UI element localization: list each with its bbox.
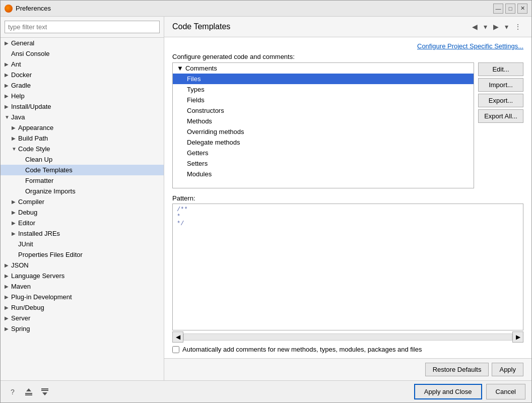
- forward-dropdown-button[interactable]: ▾: [503, 22, 510, 32]
- template-methods[interactable]: Methods: [173, 116, 474, 126]
- sidebar-item-code-style[interactable]: ▼ Code Style: [1, 144, 164, 154]
- svg-rect-0: [25, 393, 32, 394]
- export-all-button[interactable]: Export All...: [478, 109, 523, 123]
- back-button[interactable]: ◀: [470, 22, 480, 32]
- sidebar-item-general[interactable]: ▶ General: [1, 38, 164, 48]
- edit-button[interactable]: Edit...: [478, 62, 523, 76]
- scroll-right-button[interactable]: ▶: [512, 331, 523, 343]
- sidebar-item-label: Appearance: [18, 124, 53, 131]
- pattern-box[interactable]: /** * */: [172, 204, 523, 330]
- templates-tree[interactable]: ▼ Comments Files Types Fields: [172, 62, 474, 188]
- more-button[interactable]: ⋮: [512, 22, 523, 32]
- template-label: Getters: [187, 149, 209, 157]
- sidebar-item-label: Formatter: [25, 177, 53, 184]
- apply-button[interactable]: Apply: [492, 363, 523, 376]
- expand-icon: ▶: [5, 262, 10, 268]
- sidebar-item-gradle[interactable]: ▶ Gradle: [1, 80, 164, 91]
- import-prefs-button[interactable]: [39, 386, 51, 398]
- pattern-nav: ◀ ▶: [172, 331, 523, 343]
- expand-icon: ▶: [12, 220, 17, 226]
- export-button[interactable]: Export...: [478, 94, 523, 107]
- close-button[interactable]: ✕: [517, 4, 527, 14]
- expand-icon: ▶: [12, 210, 17, 215]
- horizontal-scrollbar[interactable]: [183, 333, 512, 341]
- cancel-button[interactable]: Cancel: [486, 384, 525, 399]
- svg-marker-5: [42, 392, 47, 395]
- section-label: Configure generated code and comments:: [172, 53, 523, 60]
- scroll-left-button[interactable]: ◀: [172, 331, 183, 343]
- import-button[interactable]: Import...: [478, 78, 523, 92]
- category-comments[interactable]: ▼ Comments: [173, 63, 474, 74]
- sidebar-item-installed-jres[interactable]: ▶ Installed JREs: [1, 228, 164, 239]
- sidebar-item-appearance[interactable]: ▶ Appearance: [1, 122, 164, 133]
- window-title: Preferences: [16, 5, 51, 12]
- expand-icon: ▼: [12, 146, 17, 152]
- svg-rect-1: [25, 394, 32, 395]
- sidebar-item-label: Server: [11, 314, 30, 322]
- back-dropdown-button[interactable]: ▾: [482, 22, 489, 32]
- template-label: Files: [187, 75, 201, 83]
- sidebar-item-clean-up[interactable]: Clean Up: [1, 154, 164, 165]
- sidebar-item-code-templates[interactable]: Code Templates: [1, 165, 164, 175]
- sidebar-item-spring[interactable]: ▶ Spring: [1, 323, 164, 334]
- svg-marker-2: [26, 388, 31, 391]
- sidebar-item-help[interactable]: ▶ Help: [1, 91, 164, 101]
- template-getters[interactable]: Getters: [173, 148, 474, 158]
- filter-input[interactable]: [5, 21, 160, 33]
- sidebar-item-java[interactable]: ▼ Java: [1, 112, 164, 122]
- config-link[interactable]: Configure Project Specific Settings...: [417, 42, 523, 50]
- sidebar-item-plugin-development[interactable]: ▶ Plug-in Development: [1, 292, 164, 302]
- sidebar-item-docker[interactable]: ▶ Docker: [1, 70, 164, 80]
- template-overriding-methods[interactable]: Overriding methods: [173, 126, 474, 137]
- right-panel: Code Templates ◀ ▾ ▶ ▾ ⋮ Configure Proje…: [164, 17, 531, 380]
- sidebar-item-ant[interactable]: ▶ Ant: [1, 59, 164, 70]
- help-button[interactable]: ?: [7, 386, 19, 398]
- template-label: Constructors: [187, 107, 224, 114]
- sidebar-item-run-debug[interactable]: ▶ Run/Debug: [1, 302, 164, 313]
- right-header: Code Templates ◀ ▾ ▶ ▾ ⋮: [164, 17, 531, 37]
- sidebar-item-label: Properties Files Editor: [18, 251, 83, 258]
- template-fields[interactable]: Fields: [173, 95, 474, 105]
- template-types[interactable]: Types: [173, 84, 474, 95]
- sidebar-item-build-path[interactable]: ▶ Build Path: [1, 133, 164, 144]
- expand-icon: ▶: [12, 125, 17, 130]
- svg-rect-4: [41, 390, 48, 391]
- apply-and-close-button[interactable]: Apply and Close: [414, 384, 482, 399]
- bottom-buttons: Restore Defaults Apply: [164, 358, 531, 380]
- template-setters[interactable]: Setters: [173, 158, 474, 169]
- export-prefs-button[interactable]: [23, 386, 35, 398]
- maximize-button[interactable]: □: [505, 4, 515, 14]
- restore-defaults-button[interactable]: Restore Defaults: [425, 363, 489, 376]
- preferences-window: Preferences — □ ✕ ▶ General Ansi Console: [0, 0, 532, 403]
- tree-scroll[interactable]: ▶ General Ansi Console ▶ Ant ▶ Docker ▶: [1, 38, 164, 380]
- sidebar-item-label: Docker: [11, 71, 32, 79]
- title-bar-left: Preferences: [5, 5, 51, 13]
- sidebar-item-json[interactable]: ▶ JSON: [1, 260, 164, 271]
- template-delegate-methods[interactable]: Delegate methods: [173, 137, 474, 148]
- sidebar-item-label: Help: [11, 92, 25, 100]
- sidebar-item-language-servers[interactable]: ▶ Language Servers: [1, 271, 164, 281]
- sidebar-item-editor[interactable]: ▶ Editor: [1, 218, 164, 228]
- collapse-icon: ▼: [177, 64, 183, 72]
- sidebar-item-compiler[interactable]: ▶ Compiler: [1, 196, 164, 207]
- sidebar-item-server[interactable]: ▶ Server: [1, 313, 164, 323]
- sidebar-item-maven[interactable]: ▶ Maven: [1, 281, 164, 292]
- sidebar-item-debug[interactable]: ▶ Debug: [1, 207, 164, 218]
- forward-button[interactable]: ▶: [491, 22, 501, 32]
- sidebar-item-junit[interactable]: JUnit: [1, 239, 164, 249]
- template-files[interactable]: Files: [173, 74, 474, 84]
- expand-icon: ▶: [5, 273, 10, 279]
- auto-comment-checkbox[interactable]: [172, 346, 179, 353]
- sidebar-item-properties-files-editor[interactable]: Properties Files Editor: [1, 249, 164, 260]
- sidebar-item-label: Code Style: [18, 145, 50, 153]
- template-constructors[interactable]: Constructors: [173, 105, 474, 116]
- expand-icon: ▶: [5, 305, 10, 310]
- minimize-button[interactable]: —: [493, 4, 503, 14]
- templates-container: ▼ Comments Files Types Fields: [172, 62, 523, 188]
- app-icon: [5, 5, 13, 13]
- sidebar-item-ansi-console[interactable]: Ansi Console: [1, 48, 164, 59]
- sidebar-item-organize-imports[interactable]: Organize Imports: [1, 186, 164, 196]
- sidebar-item-install-update[interactable]: ▶ Install/Update: [1, 101, 164, 112]
- sidebar-item-formatter[interactable]: Formatter: [1, 175, 164, 186]
- template-modules[interactable]: Modules: [173, 169, 474, 179]
